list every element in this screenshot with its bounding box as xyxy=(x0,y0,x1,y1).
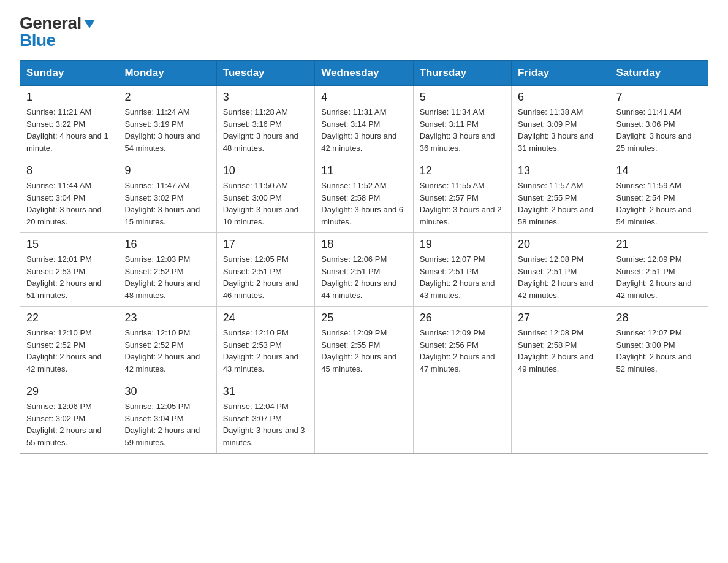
calendar-header-row: SundayMondayTuesdayWednesdayThursdayFrid… xyxy=(20,61,708,86)
calendar-day-cell: 25 Sunrise: 12:09 PMSunset: 2:55 PMDayli… xyxy=(315,307,413,380)
logo-blue: Blue xyxy=(20,32,56,49)
calendar-day-cell: 20 Sunrise: 12:08 PMSunset: 2:51 PMDayli… xyxy=(512,233,610,307)
day-info: Sunrise: 12:08 PMSunset: 2:58 PMDaylight… xyxy=(518,327,603,375)
day-number: 5 xyxy=(420,91,505,104)
day-info: Sunrise: 12:07 PMSunset: 2:51 PMDaylight… xyxy=(420,253,505,301)
weekday-header-sunday: Sunday xyxy=(20,61,118,86)
day-number: 24 xyxy=(223,312,308,324)
day-number: 28 xyxy=(616,312,702,324)
day-info: Sunrise: 11:41 AMSunset: 3:06 PMDaylight… xyxy=(616,106,702,154)
calendar-week-row: 22 Sunrise: 12:10 PMSunset: 2:52 PMDayli… xyxy=(20,307,708,380)
day-number: 14 xyxy=(616,164,702,177)
day-number: 11 xyxy=(321,164,406,177)
day-info: Sunrise: 11:24 AMSunset: 3:19 PMDaylight… xyxy=(124,106,210,154)
day-number: 16 xyxy=(124,238,210,251)
weekday-header-saturday: Saturday xyxy=(610,61,708,86)
day-info: Sunrise: 12:09 PMSunset: 2:56 PMDaylight… xyxy=(420,327,505,375)
calendar-day-cell: 16 Sunrise: 12:03 PMSunset: 2:52 PMDayli… xyxy=(118,233,216,307)
calendar-day-cell: 13 Sunrise: 11:57 AMSunset: 2:55 PMDayli… xyxy=(512,159,610,233)
calendar-day-cell: 28 Sunrise: 12:07 PMSunset: 3:00 PMDayli… xyxy=(610,307,708,380)
logo-arrow-icon xyxy=(83,17,96,31)
day-number: 3 xyxy=(223,91,308,104)
day-info: Sunrise: 12:04 PMSunset: 3:07 PMDaylight… xyxy=(223,400,308,448)
day-number: 18 xyxy=(321,238,406,251)
calendar-empty-cell xyxy=(315,380,413,454)
day-number: 31 xyxy=(223,385,308,398)
calendar-day-cell: 1 Sunrise: 11:21 AMSunset: 3:22 PMDaylig… xyxy=(20,86,118,159)
calendar-week-row: 8 Sunrise: 11:44 AMSunset: 3:04 PMDaylig… xyxy=(20,159,708,233)
day-number: 22 xyxy=(26,312,112,324)
logo-general: General xyxy=(20,15,82,32)
calendar-day-cell: 9 Sunrise: 11:47 AMSunset: 3:02 PMDaylig… xyxy=(118,159,216,233)
calendar-day-cell: 5 Sunrise: 11:34 AMSunset: 3:11 PMDaylig… xyxy=(413,86,511,159)
calendar-day-cell: 18 Sunrise: 12:06 PMSunset: 2:51 PMDayli… xyxy=(315,233,413,307)
calendar-day-cell: 24 Sunrise: 12:10 PMSunset: 2:53 PMDayli… xyxy=(216,307,314,380)
calendar-day-cell: 26 Sunrise: 12:09 PMSunset: 2:56 PMDayli… xyxy=(413,307,511,380)
logo: General Blue xyxy=(20,15,96,49)
day-number: 25 xyxy=(321,312,406,324)
day-info: Sunrise: 11:50 AMSunset: 3:00 PMDaylight… xyxy=(223,180,308,228)
day-number: 4 xyxy=(321,91,406,104)
calendar-day-cell: 7 Sunrise: 11:41 AMSunset: 3:06 PMDaylig… xyxy=(610,86,708,159)
calendar-empty-cell xyxy=(512,380,610,454)
day-number: 29 xyxy=(26,385,112,398)
day-info: Sunrise: 11:55 AMSunset: 2:57 PMDaylight… xyxy=(420,180,505,228)
calendar-day-cell: 27 Sunrise: 12:08 PMSunset: 2:58 PMDayli… xyxy=(512,307,610,380)
day-info: Sunrise: 11:57 AMSunset: 2:55 PMDaylight… xyxy=(518,180,603,228)
calendar-day-cell: 31 Sunrise: 12:04 PMSunset: 3:07 PMDayli… xyxy=(216,380,314,454)
day-info: Sunrise: 12:10 PMSunset: 2:53 PMDaylight… xyxy=(223,327,308,375)
calendar-empty-cell xyxy=(610,380,708,454)
day-info: Sunrise: 11:28 AMSunset: 3:16 PMDaylight… xyxy=(223,106,308,154)
calendar-day-cell: 12 Sunrise: 11:55 AMSunset: 2:57 PMDayli… xyxy=(413,159,511,233)
day-info: Sunrise: 11:52 AMSunset: 2:58 PMDaylight… xyxy=(321,180,406,228)
svg-marker-0 xyxy=(84,20,95,28)
day-number: 7 xyxy=(616,91,702,104)
day-number: 26 xyxy=(420,312,505,324)
day-info: Sunrise: 12:09 PMSunset: 2:51 PMDaylight… xyxy=(616,253,702,301)
day-info: Sunrise: 11:59 AMSunset: 2:54 PMDaylight… xyxy=(616,180,702,228)
day-number: 10 xyxy=(223,164,308,177)
calendar-week-row: 1 Sunrise: 11:21 AMSunset: 3:22 PMDaylig… xyxy=(20,86,708,159)
day-info: Sunrise: 12:05 PMSunset: 3:04 PMDaylight… xyxy=(124,400,210,448)
calendar-day-cell: 23 Sunrise: 12:10 PMSunset: 2:52 PMDayli… xyxy=(118,307,216,380)
day-info: Sunrise: 12:10 PMSunset: 2:52 PMDaylight… xyxy=(26,327,112,375)
day-number: 12 xyxy=(420,164,505,177)
day-info: Sunrise: 12:06 PMSunset: 3:02 PMDaylight… xyxy=(26,400,112,448)
day-info: Sunrise: 11:47 AMSunset: 3:02 PMDaylight… xyxy=(124,180,210,228)
day-info: Sunrise: 12:09 PMSunset: 2:55 PMDaylight… xyxy=(321,327,406,375)
day-info: Sunrise: 12:03 PMSunset: 2:52 PMDaylight… xyxy=(124,253,210,301)
day-number: 30 xyxy=(124,385,210,398)
calendar-day-cell: 6 Sunrise: 11:38 AMSunset: 3:09 PMDaylig… xyxy=(512,86,610,159)
calendar-day-cell: 8 Sunrise: 11:44 AMSunset: 3:04 PMDaylig… xyxy=(20,159,118,233)
calendar-day-cell: 4 Sunrise: 11:31 AMSunset: 3:14 PMDaylig… xyxy=(315,86,413,159)
calendar-day-cell: 2 Sunrise: 11:24 AMSunset: 3:19 PMDaylig… xyxy=(118,86,216,159)
weekday-header-tuesday: Tuesday xyxy=(216,61,314,86)
day-number: 19 xyxy=(420,238,505,251)
calendar-table: SundayMondayTuesdayWednesdayThursdayFrid… xyxy=(20,60,708,454)
day-info: Sunrise: 11:44 AMSunset: 3:04 PMDaylight… xyxy=(26,180,112,228)
calendar-week-row: 29 Sunrise: 12:06 PMSunset: 3:02 PMDayli… xyxy=(20,380,708,454)
calendar-day-cell: 15 Sunrise: 12:01 PMSunset: 2:53 PMDayli… xyxy=(20,233,118,307)
day-number: 1 xyxy=(26,91,112,104)
day-info: Sunrise: 12:07 PMSunset: 3:00 PMDaylight… xyxy=(616,327,702,375)
day-info: Sunrise: 11:21 AMSunset: 3:22 PMDaylight… xyxy=(26,106,112,154)
day-info: Sunrise: 12:05 PMSunset: 2:51 PMDaylight… xyxy=(223,253,308,301)
day-info: Sunrise: 12:10 PMSunset: 2:52 PMDaylight… xyxy=(124,327,210,375)
day-number: 21 xyxy=(616,238,702,251)
day-info: Sunrise: 11:31 AMSunset: 3:14 PMDaylight… xyxy=(321,106,406,154)
day-info: Sunrise: 12:01 PMSunset: 2:53 PMDaylight… xyxy=(26,253,112,301)
weekday-header-thursday: Thursday xyxy=(413,61,511,86)
calendar-day-cell: 17 Sunrise: 12:05 PMSunset: 2:51 PMDayli… xyxy=(216,233,314,307)
calendar-day-cell: 10 Sunrise: 11:50 AMSunset: 3:00 PMDayli… xyxy=(216,159,314,233)
calendar-day-cell: 19 Sunrise: 12:07 PMSunset: 2:51 PMDayli… xyxy=(413,233,511,307)
day-number: 6 xyxy=(518,91,603,104)
page-header: General Blue xyxy=(20,15,708,49)
day-number: 8 xyxy=(26,164,112,177)
day-number: 27 xyxy=(518,312,603,324)
day-number: 9 xyxy=(124,164,210,177)
calendar-week-row: 15 Sunrise: 12:01 PMSunset: 2:53 PMDayli… xyxy=(20,233,708,307)
day-number: 20 xyxy=(518,238,603,251)
weekday-header-friday: Friday xyxy=(512,61,610,86)
day-number: 13 xyxy=(518,164,603,177)
calendar-empty-cell xyxy=(413,380,511,454)
